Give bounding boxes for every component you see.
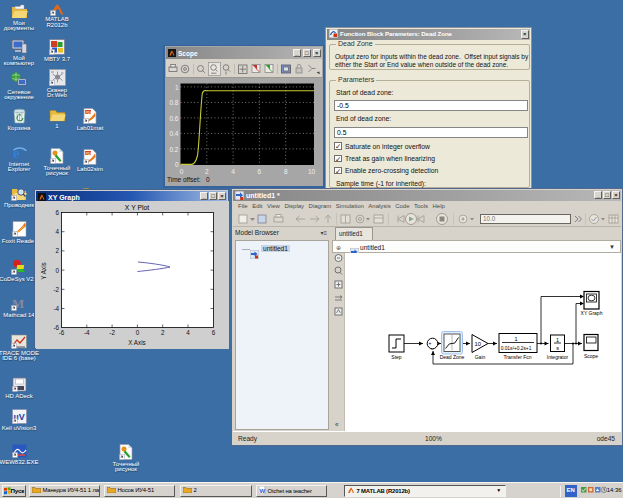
svg-text:10: 10 xyxy=(475,341,481,347)
svg-text:e: e xyxy=(13,145,20,160)
svg-text:s: s xyxy=(556,345,559,351)
svg-text:PDF: PDF xyxy=(86,152,93,156)
svg-text:0.4: 0.4 xyxy=(169,130,178,137)
svg-text:-4: -4 xyxy=(84,329,90,336)
svg-text:Dead Zone: Dead Zone xyxy=(440,354,465,360)
svg-text:4: 4 xyxy=(231,168,235,175)
svg-text:0.2: 0.2 xyxy=(169,146,178,153)
svg-text:-2: -2 xyxy=(53,286,59,293)
svg-text:6: 6 xyxy=(55,209,59,216)
svg-text:0: 0 xyxy=(180,168,184,175)
svg-text:2: 2 xyxy=(205,168,209,175)
svg-text:0: 0 xyxy=(55,267,59,274)
svg-text:X Y Plot: X Y Plot xyxy=(125,204,149,211)
svg-text:W: W xyxy=(260,488,266,494)
svg-text:4: 4 xyxy=(186,329,190,336)
svg-text:6: 6 xyxy=(258,168,262,175)
svg-text:XY Graph: XY Graph xyxy=(581,310,603,316)
svg-text:Y Axis: Y Axis xyxy=(40,262,47,279)
svg-text:1: 1 xyxy=(514,336,517,342)
svg-text:Integrator: Integrator xyxy=(547,354,569,360)
svg-text:-6: -6 xyxy=(53,324,59,331)
svg-text:0.6: 0.6 xyxy=(169,115,178,122)
svg-text:10: 10 xyxy=(308,168,316,175)
svg-text:0.01s²+0.2s+1: 0.01s²+0.2s+1 xyxy=(501,346,532,351)
svg-text:0.8: 0.8 xyxy=(169,99,178,106)
svg-text:Transfer Fcn: Transfer Fcn xyxy=(503,354,531,360)
svg-text:Scope: Scope xyxy=(584,353,598,359)
svg-text:0: 0 xyxy=(175,161,179,168)
svg-text:PDF: PDF xyxy=(86,111,93,115)
svg-text:6: 6 xyxy=(212,329,216,336)
svg-text:2: 2 xyxy=(161,329,165,336)
svg-text:-2: -2 xyxy=(109,329,115,336)
svg-text:X Axis: X Axis xyxy=(128,339,146,346)
svg-text:4: 4 xyxy=(55,228,59,235)
svg-text:1: 1 xyxy=(175,84,179,91)
svg-text:1: 1 xyxy=(556,337,559,343)
svg-text:Step: Step xyxy=(391,354,402,360)
svg-text:2: 2 xyxy=(55,247,59,254)
svg-text:_: _ xyxy=(430,344,434,350)
svg-text:8: 8 xyxy=(284,168,288,175)
svg-text:Gain: Gain xyxy=(475,354,486,360)
svg-text:-4: -4 xyxy=(53,305,59,312)
svg-text:0: 0 xyxy=(136,329,140,336)
svg-text:-6: -6 xyxy=(59,329,65,336)
